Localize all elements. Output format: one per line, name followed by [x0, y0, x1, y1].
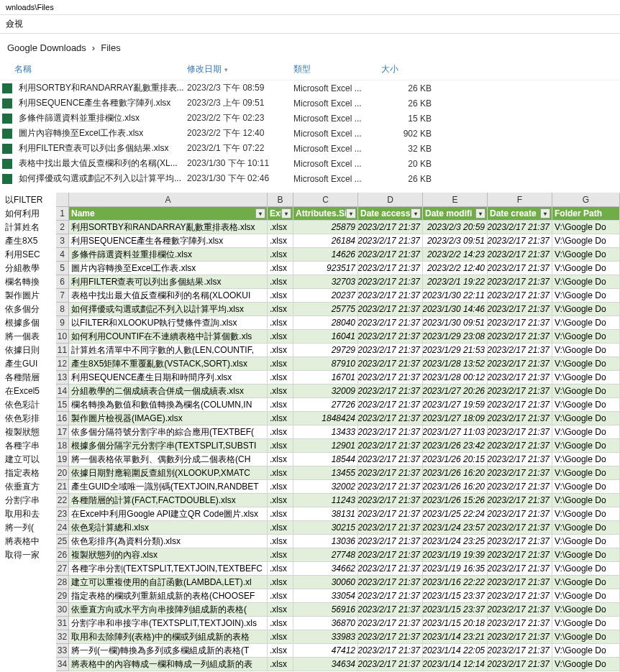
file-type: Microsoft Excel ... [293, 144, 381, 154]
file-date: 2023/2/2 下午 02:23 [187, 112, 293, 124]
file-date: 2023/1/30 下午 02:46 [187, 172, 293, 185]
explorer-row[interactable]: 如何擇優或勾選或劃記不列入以計算平均... 2023/1/30 下午 02:46… [0, 171, 620, 186]
file-date: 2023/2/1 下午 07:22 [187, 142, 293, 155]
file-name: 如何擇優或勾選或劃記不列入以計算平均... [14, 172, 187, 185]
column-name[interactable]: 名稱 [0, 63, 187, 75]
explorer-row[interactable]: 利用SEQUENCE產生各種數字陣列.xlsx 2023/2/3 上午 09:5… [0, 96, 620, 111]
xlsx-icon [2, 83, 12, 93]
file-date: 2023/2/3 上午 09:51 [187, 97, 293, 109]
breadcrumb-item[interactable]: Files [101, 42, 120, 53]
file-date: 2023/2/2 下午 12:40 [187, 127, 293, 139]
window-title: wnloads\Files [0, 0, 620, 15]
file-size: 26 KB [381, 174, 432, 184]
column-type[interactable]: 類型 [293, 63, 381, 75]
file-name: 利用SEQUENCE產生各種數字陣列.xlsx [14, 97, 187, 109]
file-size: 15 KB [381, 114, 432, 124]
xlsx-icon [2, 174, 12, 184]
file-date: 2023/2/3 下午 08:59 [187, 82, 293, 94]
breadcrumb[interactable]: Google Downloads › Files [0, 34, 620, 59]
file-size: 20 KB [381, 159, 432, 169]
file-type: Microsoft Excel ... [293, 83, 381, 93]
file-type: Microsoft Excel ... [293, 159, 381, 169]
file-name: 利用SORTBY和RANDARRAY亂數重排表... [14, 82, 187, 94]
file-type: Microsoft Excel ... [293, 174, 381, 184]
breadcrumb-item[interactable]: Google Downloads [7, 42, 86, 53]
explorer-row[interactable]: 多條件篩選資料並重排欄位.xlsx 2023/2/2 下午 02:23 Micr… [0, 111, 620, 126]
explorer-row[interactable]: 圖片內容轉換至Excel工作表.xlsx 2023/2/2 下午 12:40 M… [0, 126, 620, 141]
file-name: 多條件篩選資料並重排欄位.xlsx [14, 112, 187, 124]
explorer-column-headers: 名稱 修改日期▾ 類型 大小 [0, 59, 620, 80]
column-modified[interactable]: 修改日期▾ [187, 63, 293, 75]
chevron-right-icon: › [92, 42, 95, 53]
xlsx-icon [2, 129, 12, 139]
sort-desc-icon: ▾ [224, 66, 228, 73]
file-size: 26 KB [381, 98, 432, 109]
explorer-row[interactable]: 表格中找出最大值反查欄和列的名稱(XL... 2023/1/30 下午 10:1… [0, 156, 620, 171]
file-type: Microsoft Excel ... [293, 98, 381, 109]
file-size: 902 KB [381, 129, 432, 139]
explorer-row[interactable]: 利用FILTER查表可以列出多個結果.xlsx 2023/2/1 下午 07:2… [0, 141, 620, 156]
file-size: 32 KB [381, 144, 432, 154]
xlsx-icon [2, 98, 12, 109]
column-size[interactable]: 大小 [381, 63, 439, 75]
explorer-file-list: 利用SORTBY和RANDARRAY亂數重排表... 2023/2/3 下午 0… [0, 80, 620, 186]
explorer-row[interactable]: 利用SORTBY和RANDARRAY亂數重排表... 2023/2/3 下午 0… [0, 80, 620, 96]
xlsx-icon [2, 114, 12, 124]
file-type: Microsoft Excel ... [293, 114, 381, 124]
xlsx-icon [2, 144, 12, 154]
file-name: 表格中找出最大值反查欄和列的名稱(XL... [14, 157, 187, 170]
file-date: 2023/1/30 下午 10:11 [187, 157, 293, 170]
file-type: Microsoft Excel ... [293, 129, 381, 139]
xlsx-icon [2, 159, 12, 169]
file-name: 利用FILTER查表可以列出多個結果.xlsx [14, 142, 187, 155]
menu-bar[interactable]: 僉視 [0, 15, 620, 34]
file-name: 圖片內容轉換至Excel工作表.xlsx [14, 127, 187, 139]
file-size: 26 KB [381, 83, 432, 93]
